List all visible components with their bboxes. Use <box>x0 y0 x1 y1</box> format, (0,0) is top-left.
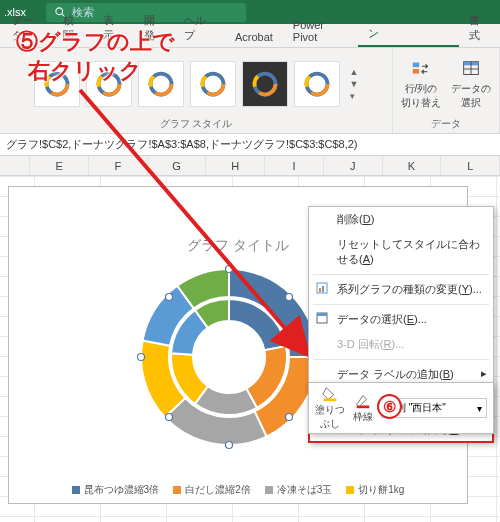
legend-item[interactable]: 切り餅1kg <box>346 483 404 497</box>
column-header[interactable]: L <box>441 156 500 175</box>
chevron-down-icon: ▾ <box>477 403 482 414</box>
chart-style-thumb[interactable] <box>294 61 340 107</box>
select-data-button[interactable]: データの 選択 <box>449 56 493 112</box>
column-header[interactable]: H <box>206 156 265 175</box>
context-menu-item: 3-D 回転(R)... <box>309 332 493 357</box>
ribbon-group-label: グラフ スタイル <box>160 117 233 131</box>
switch-row-col-button[interactable]: 行/列の 切り替え <box>399 56 443 112</box>
context-menu-item[interactable]: データの選択(E)... <box>309 307 493 332</box>
column-header[interactable] <box>0 156 30 175</box>
svg-rect-20 <box>413 62 419 67</box>
svg-point-30 <box>286 294 293 301</box>
chart-legend: 昆布つゆ濃縮3倍白だし濃縮2倍冷凍そば3玉切り餅1kg <box>39 483 437 497</box>
context-menu-item[interactable]: リセットしてスタイルに合わせる(A) <box>309 232 493 272</box>
svg-rect-37 <box>322 286 324 292</box>
submenu-arrow-icon: ▸ <box>481 367 487 380</box>
column-header[interactable]: F <box>89 156 148 175</box>
column-header[interactable]: E <box>30 156 89 175</box>
svg-rect-36 <box>319 288 321 292</box>
style-scroll-up[interactable]: ▲ <box>350 67 359 77</box>
ribbon-tab[interactable]: 書式 <box>459 9 499 47</box>
svg-point-31 <box>286 414 293 421</box>
column-header[interactable]: I <box>265 156 324 175</box>
chart-style-thumb[interactable] <box>190 61 236 107</box>
switch-icon <box>410 58 432 80</box>
fill-button[interactable]: 塗りつ ぶし <box>315 385 345 431</box>
svg-point-26 <box>226 266 233 273</box>
svg-rect-21 <box>413 69 419 74</box>
select-data-icon <box>460 58 482 80</box>
select-icon <box>315 311 329 325</box>
svg-rect-44 <box>357 406 370 409</box>
legend-item[interactable]: 冷凍そば3玉 <box>265 483 333 497</box>
style-expand[interactable]: ▾ <box>350 91 359 101</box>
ribbon-group-data: 行/列の 切り替え データの 選択 データ <box>393 48 500 133</box>
donut-chart[interactable] <box>129 257 329 457</box>
annotation-text: ⑤グラフの上で 右クリック <box>16 28 175 85</box>
outline-icon <box>354 392 372 410</box>
ribbon-tab[interactable]: ヘルプ <box>174 9 225 47</box>
column-headers: EFGHIJKL <box>0 156 500 176</box>
ribbon-group-label: データ <box>431 117 461 131</box>
column-header[interactable]: J <box>324 156 383 175</box>
outline-button[interactable]: 枠線 <box>353 392 373 424</box>
chart-icon <box>315 281 329 295</box>
ribbon-tab[interactable]: Acrobat <box>225 27 283 47</box>
svg-point-32 <box>166 414 173 421</box>
column-header[interactable]: K <box>383 156 442 175</box>
chart-style-thumb[interactable] <box>242 61 288 107</box>
ribbon-tab[interactable]: Power Pivot <box>283 15 358 47</box>
column-header[interactable]: G <box>148 156 207 175</box>
annotation-badge-6: ⑥ <box>377 394 402 419</box>
legend-item[interactable]: 白だし濃縮2倍 <box>173 483 251 497</box>
svg-point-33 <box>166 294 173 301</box>
svg-rect-43 <box>324 399 337 402</box>
svg-rect-39 <box>317 313 327 316</box>
fill-icon <box>321 385 339 403</box>
formula-bar[interactable]: グラフ!$C$2,ドーナツグラフ!$A$3:$A$8,ドーナツグラフ!$C$3:… <box>0 134 500 156</box>
svg-point-29 <box>138 354 145 361</box>
svg-point-28 <box>226 442 233 449</box>
context-menu-item[interactable]: 削除(D) <box>309 207 493 232</box>
legend-item[interactable]: 昆布つゆ濃縮3倍 <box>72 483 160 497</box>
style-scroll-down[interactable]: ▼ <box>350 79 359 89</box>
context-menu-item[interactable]: 系列グラフの種類の変更(Y)... <box>309 277 493 302</box>
ribbon-tab[interactable]: グラフのデザイン <box>358 7 460 47</box>
